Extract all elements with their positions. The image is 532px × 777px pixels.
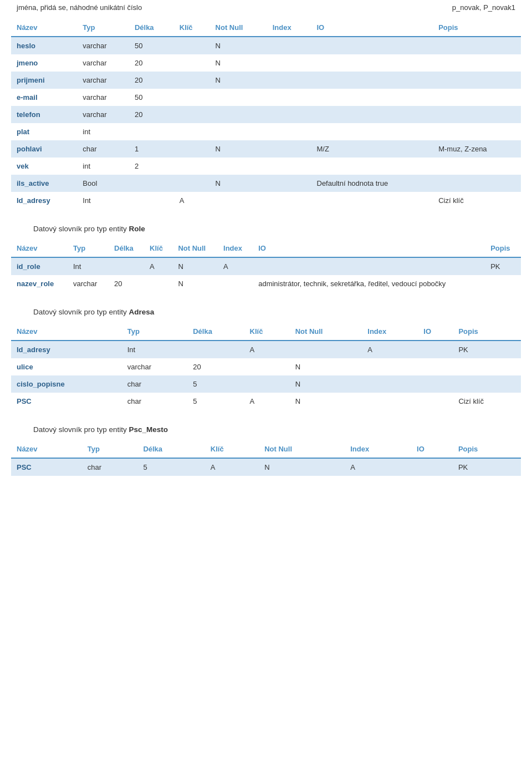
cell-value: administrátor, technik, sekretářka, ředi… [253,275,485,292]
cell-name: nazev_role [11,275,68,292]
cell-value: N [259,458,345,476]
col-header-index: Index [267,19,311,37]
cell-value: N [290,358,362,375]
cell-value: 20 [129,72,174,89]
top-note-right: p_novak, P_novak1 [452,2,515,13]
col-header-not null: Not Null [172,240,218,257]
cell-value [267,175,311,192]
cell-value: varchar [77,89,129,106]
cell-value [267,192,311,209]
cell-value [253,257,485,275]
cell-name: jmeno [11,54,77,72]
cell-value [174,158,210,175]
col-header-not null: Not Null [210,19,267,37]
col-header-délka: Délka [187,323,244,341]
table-row: platint [11,123,521,140]
col-header-index: Index [362,323,418,341]
cell-value: N [172,257,218,275]
cell-value [433,123,521,140]
col-header-index: Index [345,440,411,458]
cell-value [210,106,267,123]
col-header-název: Název [11,240,68,257]
cell-value: N [172,275,218,292]
cell-value [418,393,453,410]
table-uzivatel-continued: NázevTypDélkaKlíčNot NullIndexIOPopishes… [11,19,521,209]
cell-value: 50 [129,89,174,106]
table-row: jmenovarchar20N [11,54,521,72]
cell-value: int [77,158,129,175]
cell-value: A [244,393,290,410]
cell-value [311,72,433,89]
cell-value: varchar [77,72,129,89]
cell-value [311,54,433,72]
col-header-not null: Not Null [290,323,362,341]
cell-value [187,341,244,358]
cell-value: Int [77,192,129,209]
cell-name: cislo_popisne [11,375,122,393]
col-header-popis: Popis [453,440,521,458]
cell-value [129,123,174,140]
cell-value [485,275,521,292]
col-header-délka: Délka [129,19,174,37]
table-row: ulicevarchar20N [11,358,521,375]
table-row: id_roleIntANAPK [11,257,521,275]
cell-value [267,72,311,89]
cell-value [453,375,521,393]
cell-value: N [210,140,267,158]
cell-name: Id_adresy [11,192,77,209]
cell-name: vek [11,158,77,175]
cell-value: PK [453,341,521,358]
cell-value [244,358,290,375]
col-header-klíč: Klíč [144,240,172,257]
cell-value: varchar [77,106,129,123]
col-header-io: IO [418,323,453,341]
section-title-adresa: Datový slovník pro typ entity Adresa [33,308,521,316]
cell-value: N [210,72,267,89]
cell-name: PSC [11,458,82,476]
cell-value: PK [485,257,521,275]
cell-value: M/Z [311,140,433,158]
cell-value: varchar [77,37,129,54]
table-row: Id_adresyIntACizí klíč [11,192,521,209]
cell-value: char [77,140,129,158]
cell-value [218,275,253,292]
cell-value: 20 [109,275,144,292]
cell-name: heslo [11,37,77,54]
cell-value [109,257,144,275]
cell-value [433,54,521,72]
cell-value: A [205,458,259,476]
cell-value: Int [68,257,109,275]
table-row: e-mailvarchar50 [11,89,521,106]
cell-value [174,54,210,72]
cell-value [244,375,290,393]
cell-name: Id_adresy [11,341,122,358]
cell-value [433,106,521,123]
col-header-typ: Typ [77,19,129,37]
cell-value [433,72,521,89]
table-row: heslovarchar50N [11,37,521,54]
col-header-typ: Typ [122,323,188,341]
cell-value [418,358,453,375]
table-row: PSCchar5ANAPK [11,458,521,476]
cell-value: A [345,458,411,476]
cell-value: N [210,54,267,72]
cell-value: char [122,375,188,393]
cell-value: A [362,341,418,358]
cell-value: 2 [129,158,174,175]
top-note-left: jména, přidá se, náhodné unikátní číslo [17,2,452,13]
cell-value [311,37,433,54]
cell-value: A [144,257,172,275]
table-psc-mesto: NázevTypDélkaKlíčNot NullIndexIOPopisPSC… [11,440,521,476]
cell-value [210,192,267,209]
cell-value [418,341,453,358]
col-header-io: IO [253,240,485,257]
table-row: vekint2 [11,158,521,175]
cell-value: 50 [129,37,174,54]
cell-value: Defaultní hodnota true [311,175,433,192]
cell-value [290,341,362,358]
cell-value [362,375,418,393]
cell-name: e-mail [11,89,77,106]
table-row: prijmenivarchar20N [11,72,521,89]
col-header-název: Název [11,19,77,37]
table-role: NázevTypDélkaKlíčNot NullIndexIOPopisid_… [11,240,521,292]
